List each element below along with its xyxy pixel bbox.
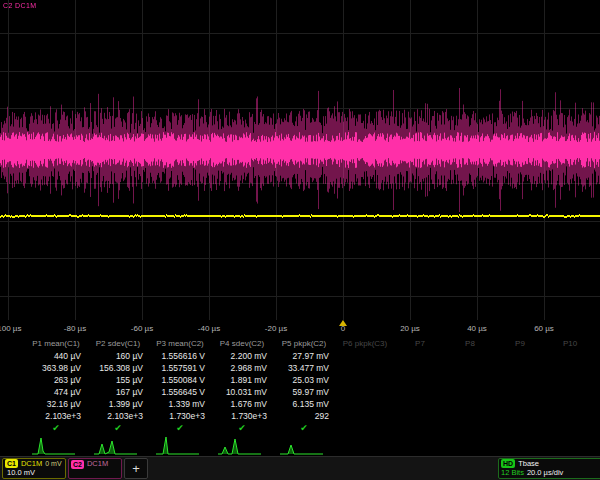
measurement-histogram-icon[interactable]: [93, 435, 143, 455]
measurement-value: 1.557591 V: [149, 362, 211, 374]
measurement-value: [545, 374, 595, 386]
measurement-value: 440 µV: [25, 350, 87, 362]
measurement-value: [335, 362, 395, 374]
measurement-value: 474 µV: [25, 386, 87, 398]
measurement-value: 1.676 mV: [211, 398, 273, 410]
measurement-value: [445, 386, 495, 398]
status-bar: C1 DC1M 0 mV 10.0 mV C2 DC1M + HD Tbase: [0, 456, 600, 480]
c2-channel-badge: C2: [71, 460, 84, 469]
measurement-value: [495, 398, 545, 410]
status-check-icon: ✔: [87, 422, 149, 434]
hd-badge: HD: [501, 459, 515, 468]
timebase-label: Tbase: [518, 459, 539, 469]
status-check-icon: ✔: [149, 422, 211, 434]
c1-descriptor-box[interactable]: C1 DC1M 0 mV 10.0 mV: [2, 458, 66, 479]
measurement-header[interactable]: P10: [545, 337, 595, 350]
measurement-value: [545, 398, 595, 410]
waveform-display[interactable]: [0, 0, 600, 320]
status-check-icon: ✔: [25, 422, 87, 434]
measurement-value: 167 µV: [87, 386, 149, 398]
measurement-value: [495, 386, 545, 398]
measurement-value: 363.98 µV: [25, 362, 87, 374]
measurement-value: 1.550084 V: [149, 374, 211, 386]
measurement-value: 6.135 mV: [273, 398, 335, 410]
measurement-value: 1.730e+3: [149, 410, 211, 422]
measurement-value: [445, 398, 495, 410]
measurement-value: 1.891 mV: [211, 374, 273, 386]
timebase-scale-value: 20.0 µs/div: [527, 469, 563, 479]
measurement-value: 263 µV: [25, 374, 87, 386]
measurement-header[interactable]: P5 pkpk(C2): [273, 337, 335, 350]
measurement-value: [495, 362, 545, 374]
measurement-header[interactable]: P1 mean(C1): [25, 337, 87, 350]
measurement-value: 1.339 mV: [149, 398, 211, 410]
measurement-value: [545, 350, 595, 362]
measurement-value: [445, 410, 495, 422]
c1-coupling-label: DC1M: [21, 459, 42, 469]
c2-trace-label: C2 DC1M: [3, 2, 37, 9]
add-trace-button[interactable]: +: [124, 458, 148, 479]
measurement-header[interactable]: P2 sdev(C1): [87, 337, 149, 350]
time-axis: -100 µs-80 µs-60 µs-40 µs-20 µs020 µs40 …: [0, 320, 600, 337]
timebase-descriptor-box[interactable]: HD Tbase 12 Bits 20.0 µs/div: [498, 458, 600, 479]
measurement-value: [445, 350, 495, 362]
measurement-value: 2.103e+3: [87, 410, 149, 422]
measurement-value: [335, 350, 395, 362]
c2-coupling-label: DC1M: [87, 459, 108, 469]
time-axis-label: 20 µs: [400, 324, 420, 333]
measurement-value: 2.103e+3: [25, 410, 87, 422]
measurement-value: [495, 350, 545, 362]
c1-offset-value: 0 mV: [45, 459, 61, 469]
time-axis-label: -100 µs: [0, 324, 21, 333]
measurement-value: 156.308 µV: [87, 362, 149, 374]
measurement-value: 2.200 mV: [211, 350, 273, 362]
measurement-value: [495, 374, 545, 386]
measurement-value: [395, 362, 445, 374]
measurement-value: [335, 374, 395, 386]
time-axis-label: 40 µs: [467, 324, 487, 333]
measurement-value: [545, 410, 595, 422]
time-axis-label: 0: [341, 324, 345, 333]
measurement-table: P1 mean(C1)P2 sdev(C1)P3 mean(C2)P4 sdev…: [0, 337, 600, 434]
measurement-value: [445, 374, 495, 386]
measurement-value: 1.730e+3: [211, 410, 273, 422]
measurement-histogram-icon[interactable]: [279, 435, 329, 455]
measurement-header[interactable]: P3 mean(C2): [149, 337, 211, 350]
measurement-value: [395, 374, 445, 386]
measurement-value: 1.399 µV: [87, 398, 149, 410]
measurement-value: [495, 410, 545, 422]
measurement-value: 1.556616 V: [149, 350, 211, 362]
measurement-header[interactable]: P4 sdev(C2): [211, 337, 273, 350]
measurement-value: [335, 398, 395, 410]
measurement-header[interactable]: P7: [395, 337, 445, 350]
time-axis-label: -60 µs: [131, 324, 153, 333]
plus-icon: +: [132, 462, 140, 475]
measurement-value: 1.556645 V: [149, 386, 211, 398]
measurement-value: 27.97 mV: [273, 350, 335, 362]
time-axis-label: 60 µs: [534, 324, 554, 333]
status-empty: [495, 422, 545, 434]
measurement-histogram-icon[interactable]: [155, 435, 205, 455]
time-axis-label: -20 µs: [265, 324, 287, 333]
measurement-value: [395, 350, 445, 362]
measurement-value: [545, 362, 595, 374]
measurement-value: [445, 362, 495, 374]
measurement-header[interactable]: P9: [495, 337, 545, 350]
measurement-histogram-icon[interactable]: [31, 435, 81, 455]
measurement-header[interactable]: P8: [445, 337, 495, 350]
c2-descriptor-box[interactable]: C2 DC1M: [68, 458, 122, 479]
status-empty: [445, 422, 495, 434]
measurement-value: [395, 398, 445, 410]
measurement-value: 59.97 mV: [273, 386, 335, 398]
measurement-value: [395, 386, 445, 398]
measurement-value: [335, 410, 395, 422]
status-empty: [395, 422, 445, 434]
measurement-histogram-icon[interactable]: [217, 435, 267, 455]
oscilloscope-screen: C2 DC1M -100 µs-80 µs-60 µs-40 µs-20 µs0…: [0, 0, 600, 480]
measurement-header[interactable]: P6 pkpk(C3): [335, 337, 395, 350]
status-empty: [545, 422, 595, 434]
status-check-icon: ✔: [211, 422, 273, 434]
measurement-value: 160 µV: [87, 350, 149, 362]
measurement-value: 292: [273, 410, 335, 422]
measurement-value: [545, 386, 595, 398]
